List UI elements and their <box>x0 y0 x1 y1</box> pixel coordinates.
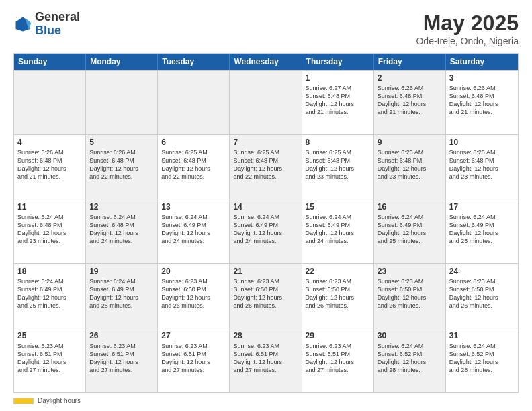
day-number: 5 <box>89 138 154 147</box>
calendar-empty-cell <box>230 71 302 134</box>
calendar-day-13: 13Sunrise: 6:24 AM Sunset: 6:49 PM Dayli… <box>158 199 230 263</box>
calendar-row-2: 4Sunrise: 6:26 AM Sunset: 6:48 PM Daylig… <box>14 134 518 199</box>
day-info: Sunrise: 6:23 AM Sunset: 6:51 PM Dayligh… <box>306 342 370 375</box>
calendar-day-2: 2Sunrise: 6:26 AM Sunset: 6:48 PM Daylig… <box>374 71 446 134</box>
day-number: 28 <box>233 331 298 340</box>
day-info: Sunrise: 6:24 AM Sunset: 6:49 PM Dayligh… <box>17 277 82 310</box>
day-info: Sunrise: 6:24 AM Sunset: 6:49 PM Dayligh… <box>89 277 154 310</box>
logo-general-text: General <box>35 10 80 24</box>
calendar-row-3: 11Sunrise: 6:24 AM Sunset: 6:48 PM Dayli… <box>14 199 518 263</box>
day-number: 15 <box>306 202 370 212</box>
day-number: 30 <box>378 331 442 340</box>
daylight-bar-icon <box>13 398 34 404</box>
day-number: 29 <box>306 331 370 340</box>
calendar-day-15: 15Sunrise: 6:24 AM Sunset: 6:49 PM Dayli… <box>302 199 374 263</box>
day-number: 6 <box>161 138 226 147</box>
day-number: 17 <box>449 202 515 212</box>
day-number: 11 <box>17 202 82 212</box>
day-info: Sunrise: 6:23 AM Sunset: 6:50 PM Dayligh… <box>306 277 370 310</box>
day-info: Sunrise: 6:23 AM Sunset: 6:51 PM Dayligh… <box>233 342 298 375</box>
weekday-header-sunday: Sunday <box>14 54 86 70</box>
day-info: Sunrise: 6:26 AM Sunset: 6:48 PM Dayligh… <box>89 148 154 181</box>
day-info: Sunrise: 6:24 AM Sunset: 6:49 PM Dayligh… <box>233 213 298 246</box>
logo-blue-text: Blue <box>35 24 61 37</box>
calendar-empty-cell <box>158 71 230 134</box>
day-number: 18 <box>17 267 82 276</box>
day-number: 24 <box>449 267 515 276</box>
day-number: 23 <box>378 267 442 276</box>
calendar-row-4: 18Sunrise: 6:24 AM Sunset: 6:49 PM Dayli… <box>14 263 518 328</box>
calendar-day-3: 3Sunrise: 6:26 AM Sunset: 6:48 PM Daylig… <box>446 71 518 134</box>
weekday-header-saturday: Saturday <box>446 54 518 70</box>
day-info: Sunrise: 6:23 AM Sunset: 6:51 PM Dayligh… <box>161 342 226 375</box>
calendar-day-28: 28Sunrise: 6:23 AM Sunset: 6:51 PM Dayli… <box>230 328 302 392</box>
calendar-day-24: 24Sunrise: 6:23 AM Sunset: 6:50 PM Dayli… <box>446 264 518 328</box>
calendar-day-14: 14Sunrise: 6:24 AM Sunset: 6:49 PM Dayli… <box>230 199 302 263</box>
calendar-row-5: 25Sunrise: 6:23 AM Sunset: 6:51 PM Dayli… <box>14 328 518 392</box>
header: General Blue May 2025 Ode-Irele, Ondo, N… <box>13 11 519 46</box>
month-title: May 2025 <box>416 11 519 36</box>
day-number: 2 <box>378 73 442 83</box>
title-block: May 2025 Ode-Irele, Ondo, Nigeria <box>416 11 519 46</box>
calendar-row-1: 1Sunrise: 6:27 AM Sunset: 6:48 PM Daylig… <box>14 70 518 134</box>
weekday-header-wednesday: Wednesday <box>230 54 302 70</box>
day-number: 20 <box>161 267 226 276</box>
logo-text: General Blue <box>35 11 80 38</box>
day-info: Sunrise: 6:25 AM Sunset: 6:48 PM Dayligh… <box>161 148 226 181</box>
calendar-body: 1Sunrise: 6:27 AM Sunset: 6:48 PM Daylig… <box>14 70 518 392</box>
calendar-day-18: 18Sunrise: 6:24 AM Sunset: 6:49 PM Dayli… <box>14 264 86 328</box>
calendar-day-7: 7Sunrise: 6:25 AM Sunset: 6:48 PM Daylig… <box>230 135 302 199</box>
day-info: Sunrise: 6:24 AM Sunset: 6:48 PM Dayligh… <box>17 213 82 246</box>
day-number: 22 <box>306 267 370 276</box>
day-info: Sunrise: 6:23 AM Sunset: 6:50 PM Dayligh… <box>378 277 442 310</box>
calendar-day-21: 21Sunrise: 6:23 AM Sunset: 6:50 PM Dayli… <box>230 264 302 328</box>
day-info: Sunrise: 6:25 AM Sunset: 6:48 PM Dayligh… <box>449 148 515 181</box>
day-info: Sunrise: 6:24 AM Sunset: 6:49 PM Dayligh… <box>306 213 370 246</box>
day-info: Sunrise: 6:23 AM Sunset: 6:51 PM Dayligh… <box>17 342 82 375</box>
day-info: Sunrise: 6:23 AM Sunset: 6:50 PM Dayligh… <box>449 277 515 310</box>
calendar-day-16: 16Sunrise: 6:24 AM Sunset: 6:49 PM Dayli… <box>374 199 446 263</box>
calendar-day-6: 6Sunrise: 6:25 AM Sunset: 6:48 PM Daylig… <box>158 135 230 199</box>
logo-icon <box>13 15 32 34</box>
calendar-day-11: 11Sunrise: 6:24 AM Sunset: 6:48 PM Dayli… <box>14 199 86 263</box>
calendar-day-12: 12Sunrise: 6:24 AM Sunset: 6:48 PM Dayli… <box>86 199 158 263</box>
day-number: 26 <box>89 331 154 340</box>
day-number: 31 <box>449 331 515 340</box>
day-number: 10 <box>449 138 515 147</box>
calendar-day-30: 30Sunrise: 6:24 AM Sunset: 6:52 PM Dayli… <box>374 328 446 392</box>
page: General Blue May 2025 Ode-Irele, Ondo, N… <box>0 0 532 411</box>
calendar-day-19: 19Sunrise: 6:24 AM Sunset: 6:49 PM Dayli… <box>86 264 158 328</box>
day-number: 4 <box>17 138 82 147</box>
calendar-day-4: 4Sunrise: 6:26 AM Sunset: 6:48 PM Daylig… <box>14 135 86 199</box>
daylight-label: Daylight hours <box>38 397 81 404</box>
day-number: 27 <box>161 331 226 340</box>
calendar-day-17: 17Sunrise: 6:24 AM Sunset: 6:49 PM Dayli… <box>446 199 518 263</box>
day-info: Sunrise: 6:25 AM Sunset: 6:48 PM Dayligh… <box>306 148 370 181</box>
calendar: SundayMondayTuesdayWednesdayThursdayFrid… <box>13 53 519 393</box>
day-number: 8 <box>306 138 370 147</box>
day-info: Sunrise: 6:25 AM Sunset: 6:48 PM Dayligh… <box>378 148 442 181</box>
day-number: 3 <box>449 73 515 83</box>
day-info: Sunrise: 6:24 AM Sunset: 6:52 PM Dayligh… <box>378 342 442 375</box>
calendar-day-22: 22Sunrise: 6:23 AM Sunset: 6:50 PM Dayli… <box>302 264 374 328</box>
day-info: Sunrise: 6:24 AM Sunset: 6:52 PM Dayligh… <box>449 342 515 375</box>
day-info: Sunrise: 6:27 AM Sunset: 6:48 PM Dayligh… <box>306 84 370 117</box>
calendar-day-31: 31Sunrise: 6:24 AM Sunset: 6:52 PM Dayli… <box>446 328 518 392</box>
footer: Daylight hours <box>13 397 519 404</box>
day-info: Sunrise: 6:23 AM Sunset: 6:50 PM Dayligh… <box>233 277 298 310</box>
calendar-day-23: 23Sunrise: 6:23 AM Sunset: 6:50 PM Dayli… <box>374 264 446 328</box>
calendar-empty-cell <box>86 71 158 134</box>
day-number: 21 <box>233 267 298 276</box>
weekday-header-friday: Friday <box>374 54 446 70</box>
calendar-day-10: 10Sunrise: 6:25 AM Sunset: 6:48 PM Dayli… <box>446 135 518 199</box>
day-number: 1 <box>306 73 370 83</box>
calendar-day-26: 26Sunrise: 6:23 AM Sunset: 6:51 PM Dayli… <box>86 328 158 392</box>
day-info: Sunrise: 6:24 AM Sunset: 6:48 PM Dayligh… <box>89 213 154 246</box>
day-number: 12 <box>89 202 154 212</box>
day-number: 9 <box>378 138 442 147</box>
calendar-header: SundayMondayTuesdayWednesdayThursdayFrid… <box>14 54 518 70</box>
day-number: 13 <box>161 202 226 212</box>
location: Ode-Irele, Ondo, Nigeria <box>416 36 519 46</box>
weekday-header-thursday: Thursday <box>302 54 374 70</box>
day-info: Sunrise: 6:26 AM Sunset: 6:48 PM Dayligh… <box>17 148 82 181</box>
